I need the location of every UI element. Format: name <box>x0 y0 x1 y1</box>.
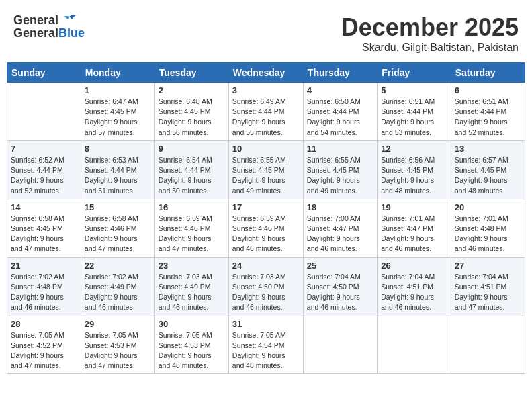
day-info: Sunrise: 6:58 AMSunset: 4:46 PMDaylight:… <box>85 214 151 255</box>
calendar-week-row: 28Sunrise: 7:05 AMSunset: 4:52 PMDayligh… <box>7 316 525 374</box>
calendar-cell: 15Sunrise: 6:58 AMSunset: 4:46 PMDayligh… <box>81 199 154 257</box>
day-number: 23 <box>159 261 225 271</box>
calendar-cell: 11Sunrise: 6:55 AMSunset: 4:45 PMDayligh… <box>303 140 377 199</box>
day-number: 10 <box>232 144 300 154</box>
calendar-cell: 27Sunrise: 7:04 AMSunset: 4:51 PMDayligh… <box>451 257 525 316</box>
calendar-cell: 25Sunrise: 7:04 AMSunset: 4:50 PMDayligh… <box>303 257 377 316</box>
day-info: Sunrise: 7:00 AMSunset: 4:47 PMDaylight:… <box>307 214 373 255</box>
day-info: Sunrise: 6:56 AMSunset: 4:45 PMDaylight:… <box>381 155 447 196</box>
calendar-week-row: 1Sunrise: 6:47 AMSunset: 4:45 PMDaylight… <box>7 83 525 141</box>
calendar-cell: 2Sunrise: 6:48 AMSunset: 4:45 PMDaylight… <box>154 83 228 141</box>
day-info: Sunrise: 6:47 AMSunset: 4:45 PMDaylight:… <box>85 97 151 138</box>
day-number: 4 <box>307 85 373 95</box>
calendar-cell: 30Sunrise: 7:05 AMSunset: 4:53 PMDayligh… <box>154 316 228 374</box>
day-number: 29 <box>85 319 151 329</box>
calendar-cell: 24Sunrise: 7:03 AMSunset: 4:50 PMDayligh… <box>228 257 303 316</box>
calendar-cell: 29Sunrise: 7:05 AMSunset: 4:53 PMDayligh… <box>81 316 154 374</box>
logo-general: General <box>13 13 58 27</box>
day-info: Sunrise: 6:53 AMSunset: 4:44 PMDaylight:… <box>85 155 151 196</box>
day-info: Sunrise: 6:55 AMSunset: 4:45 PMDaylight:… <box>232 155 300 196</box>
calendar-week-row: 14Sunrise: 6:58 AMSunset: 4:45 PMDayligh… <box>7 199 525 257</box>
calendar-cell: 6Sunrise: 6:51 AMSunset: 4:44 PMDaylight… <box>451 83 525 141</box>
calendar-cell: 1Sunrise: 6:47 AMSunset: 4:45 PMDaylight… <box>81 83 154 141</box>
day-info: Sunrise: 6:58 AMSunset: 4:45 PMDaylight:… <box>11 214 77 255</box>
day-number: 7 <box>11 144 77 154</box>
day-number: 21 <box>11 261 77 271</box>
calendar-week-row: 7Sunrise: 6:52 AMSunset: 4:44 PMDaylight… <box>7 140 525 199</box>
day-info: Sunrise: 6:55 AMSunset: 4:45 PMDaylight:… <box>307 155 373 196</box>
calendar-cell: 8Sunrise: 6:53 AMSunset: 4:44 PMDaylight… <box>81 140 154 199</box>
day-info: Sunrise: 7:04 AMSunset: 4:51 PMDaylight:… <box>455 272 521 313</box>
calendar-cell: 14Sunrise: 6:58 AMSunset: 4:45 PMDayligh… <box>7 199 81 257</box>
column-header-tuesday: Tuesday <box>154 63 228 83</box>
day-number: 26 <box>381 261 447 271</box>
calendar-cell <box>378 316 451 374</box>
day-info: Sunrise: 6:49 AMSunset: 4:44 PMDaylight:… <box>232 97 300 138</box>
location: Skardu, Gilgit-Baltistan, Pakistan <box>341 42 519 54</box>
calendar-cell: 12Sunrise: 6:56 AMSunset: 4:45 PMDayligh… <box>378 140 451 199</box>
calendar-cell: 26Sunrise: 7:04 AMSunset: 4:51 PMDayligh… <box>378 257 451 316</box>
calendar-cell: 13Sunrise: 6:57 AMSunset: 4:45 PMDayligh… <box>451 140 525 199</box>
calendar-table: SundayMondayTuesdayWednesdayThursdayFrid… <box>7 62 525 374</box>
day-number: 31 <box>232 319 300 329</box>
calendar-week-row: 21Sunrise: 7:02 AMSunset: 4:48 PMDayligh… <box>7 257 525 316</box>
day-number: 19 <box>381 202 447 212</box>
calendar-cell: 10Sunrise: 6:55 AMSunset: 4:45 PMDayligh… <box>228 140 303 199</box>
day-number: 15 <box>85 202 151 212</box>
day-info: Sunrise: 7:05 AMSunset: 4:53 PMDaylight:… <box>159 330 225 371</box>
calendar-cell: 4Sunrise: 6:50 AMSunset: 4:44 PMDaylight… <box>303 83 377 141</box>
day-number: 9 <box>159 144 225 154</box>
page-header: General General Blue December 2025 Skard… <box>7 7 525 57</box>
calendar-cell: 22Sunrise: 7:02 AMSunset: 4:49 PMDayligh… <box>81 257 154 316</box>
day-info: Sunrise: 6:51 AMSunset: 4:44 PMDaylight:… <box>455 97 521 138</box>
day-number: 20 <box>455 202 521 212</box>
calendar-cell: 3Sunrise: 6:49 AMSunset: 4:44 PMDaylight… <box>228 83 303 141</box>
day-info: Sunrise: 7:04 AMSunset: 4:51 PMDaylight:… <box>381 272 447 313</box>
day-info: Sunrise: 7:02 AMSunset: 4:48 PMDaylight:… <box>11 272 77 313</box>
day-number: 30 <box>159 319 225 329</box>
day-info: Sunrise: 6:59 AMSunset: 4:46 PMDaylight:… <box>159 214 225 255</box>
day-number: 1 <box>85 85 151 95</box>
calendar-cell: 17Sunrise: 6:59 AMSunset: 4:46 PMDayligh… <box>228 199 303 257</box>
day-number: 24 <box>232 261 300 271</box>
calendar-cell: 5Sunrise: 6:51 AMSunset: 4:44 PMDaylight… <box>378 83 451 141</box>
day-number: 27 <box>455 261 521 271</box>
column-header-monday: Monday <box>81 63 154 83</box>
day-info: Sunrise: 7:01 AMSunset: 4:48 PMDaylight:… <box>455 214 521 255</box>
month-title: December 2025 <box>341 13 519 42</box>
day-info: Sunrise: 7:03 AMSunset: 4:49 PMDaylight:… <box>159 272 225 313</box>
calendar-cell: 7Sunrise: 6:52 AMSunset: 4:44 PMDaylight… <box>7 140 81 199</box>
day-info: Sunrise: 7:04 AMSunset: 4:50 PMDaylight:… <box>307 272 373 313</box>
calendar-cell: 31Sunrise: 7:05 AMSunset: 4:54 PMDayligh… <box>228 316 303 374</box>
column-header-friday: Friday <box>378 63 451 83</box>
day-number: 5 <box>381 85 447 95</box>
column-header-thursday: Thursday <box>303 63 377 83</box>
day-number: 3 <box>232 85 300 95</box>
day-info: Sunrise: 7:05 AMSunset: 4:54 PMDaylight:… <box>232 330 300 371</box>
day-info: Sunrise: 6:54 AMSunset: 4:44 PMDaylight:… <box>159 155 225 196</box>
day-info: Sunrise: 6:59 AMSunset: 4:46 PMDaylight:… <box>232 214 300 255</box>
calendar-cell: 16Sunrise: 6:59 AMSunset: 4:46 PMDayligh… <box>154 199 228 257</box>
title-area: December 2025 Skardu, Gilgit-Baltistan, … <box>341 13 519 54</box>
day-number: 2 <box>159 85 225 95</box>
calendar-cell <box>303 316 377 374</box>
day-info: Sunrise: 7:03 AMSunset: 4:50 PMDaylight:… <box>232 272 300 313</box>
logo: General General Blue <box>13 13 85 40</box>
logo-general-label: General <box>13 26 58 40</box>
day-number: 25 <box>307 261 373 271</box>
calendar-cell: 9Sunrise: 6:54 AMSunset: 4:44 PMDaylight… <box>154 140 228 199</box>
day-number: 11 <box>307 144 373 154</box>
day-number: 12 <box>381 144 447 154</box>
calendar-cell <box>451 316 525 374</box>
calendar-cell: 23Sunrise: 7:03 AMSunset: 4:49 PMDayligh… <box>154 257 228 316</box>
logo-blue-label: Blue <box>58 26 85 40</box>
day-number: 17 <box>232 202 300 212</box>
day-info: Sunrise: 6:52 AMSunset: 4:44 PMDaylight:… <box>11 155 77 196</box>
day-info: Sunrise: 6:50 AMSunset: 4:44 PMDaylight:… <box>307 97 373 138</box>
day-info: Sunrise: 7:05 AMSunset: 4:53 PMDaylight:… <box>85 330 151 371</box>
calendar-cell: 20Sunrise: 7:01 AMSunset: 4:48 PMDayligh… <box>451 199 525 257</box>
day-number: 8 <box>85 144 151 154</box>
column-header-sunday: Sunday <box>7 63 81 83</box>
day-number: 16 <box>159 202 225 212</box>
calendar-cell: 21Sunrise: 7:02 AMSunset: 4:48 PMDayligh… <box>7 257 81 316</box>
